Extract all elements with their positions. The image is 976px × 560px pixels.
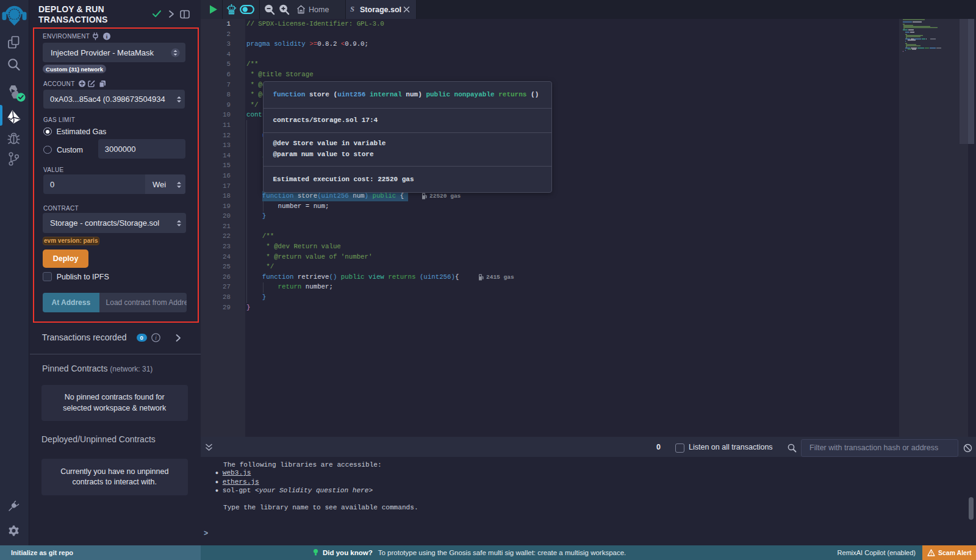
svg-text:i: i [155, 335, 157, 341]
